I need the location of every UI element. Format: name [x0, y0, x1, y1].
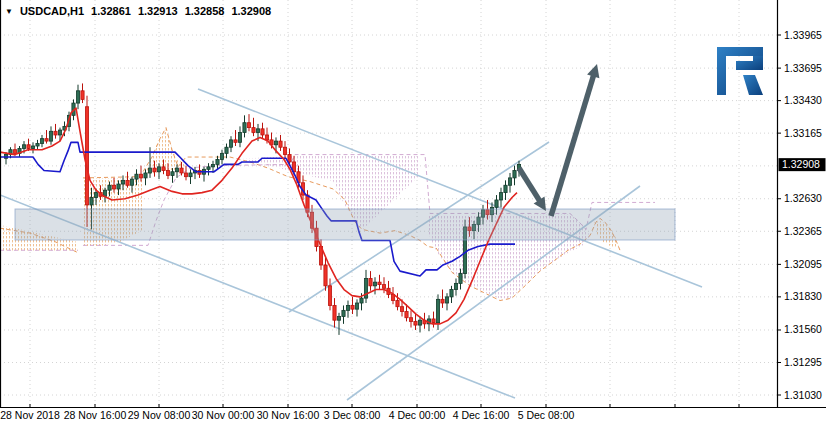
candle-bullish — [513, 171, 516, 178]
chart-canvas[interactable]: 1.339651.336951.334301.331651.326301.323… — [0, 0, 826, 422]
candle-bullish — [360, 298, 363, 303]
candle-bullish — [337, 316, 340, 320]
candle-bullish — [175, 168, 178, 172]
symbol-timeframe: USDCAD,H1 — [20, 5, 84, 17]
support-zone-band[interactable] — [15, 209, 675, 240]
candle-bearish — [414, 321, 417, 325]
candle-bullish — [436, 299, 439, 322]
candle-bearish — [180, 168, 183, 173]
candle-bearish — [441, 299, 444, 303]
price-axis-label: 1.32630 — [784, 192, 822, 204]
candle-bearish — [324, 265, 327, 286]
candle-bearish — [162, 167, 165, 171]
time-axis-label: 30 Nov 00:00 — [192, 409, 255, 421]
candle-bearish — [85, 107, 88, 205]
price-axis-label: 1.33695 — [784, 62, 822, 74]
candle-bullish — [211, 164, 214, 166]
candle-bullish — [130, 179, 133, 185]
candle-bearish — [288, 155, 291, 162]
time-axis-label: 28 Nov 16:00 — [64, 409, 127, 421]
candle-bearish — [153, 168, 156, 172]
price-axis-label: 1.32095 — [784, 258, 822, 270]
time-axis-label: 3 Dec 08:00 — [324, 409, 381, 421]
candle-bullish — [504, 185, 507, 192]
candle-bearish — [81, 91, 84, 100]
time-axis-label: 5 Dec 08:00 — [518, 409, 575, 421]
candle-bearish — [409, 318, 412, 322]
price-axis-label: 1.33430 — [784, 94, 822, 106]
time-axis-label: 30 Nov 16:00 — [257, 409, 320, 421]
candle-bullish — [459, 274, 462, 284]
candle-bullish — [243, 123, 246, 133]
candle-bearish — [405, 312, 408, 318]
price-axis-label: 1.33965 — [784, 29, 822, 41]
arrow-head — [587, 64, 599, 78]
candle-bearish — [279, 141, 282, 147]
symbol-dropdown-icon[interactable]: ▼ — [5, 6, 13, 17]
candle-bullish — [94, 193, 97, 198]
candle-bullish — [135, 174, 138, 179]
quote-close: 1.32908 — [231, 5, 271, 17]
candle-bearish — [247, 123, 250, 128]
quote-high: 1.32913 — [138, 5, 178, 17]
candle-bearish — [378, 282, 381, 284]
candle-bullish — [373, 282, 376, 286]
candle-bullish — [355, 303, 358, 309]
price-axis-label: 1.31560 — [784, 323, 822, 335]
candle-bullish — [495, 200, 498, 207]
time-axis-label: 4 Dec 16:00 — [453, 409, 510, 421]
candle-bullish — [207, 167, 210, 169]
price-axis-label: 1.33165 — [784, 127, 822, 139]
quote-open: 1.32861 — [91, 5, 131, 17]
candle-bearish — [234, 140, 237, 142]
candle-bullish — [450, 290, 453, 297]
candle-bearish — [27, 145, 30, 149]
candle-bullish — [58, 130, 61, 135]
candle-bearish — [333, 305, 336, 320]
candle-bullish — [22, 145, 25, 149]
candle-bullish — [342, 310, 345, 316]
price-axis-label: 1.31830 — [784, 290, 822, 302]
candle-bearish — [13, 150, 16, 154]
price-axis-label: 1.32365 — [784, 225, 822, 237]
candle-bullish — [216, 159, 219, 164]
candle-bullish — [76, 91, 79, 103]
candle-bullish — [90, 198, 93, 205]
candle-bearish — [261, 129, 264, 135]
chart-header: ▼ USDCAD,H1 1.32861 1.32913 1.32858 1.32… — [5, 5, 271, 17]
candle-bearish — [432, 319, 435, 323]
candle-bullish — [189, 173, 192, 177]
candle-bullish — [445, 297, 448, 303]
candle-bullish — [144, 173, 147, 178]
candle-bearish — [54, 131, 57, 135]
candle-bearish — [45, 139, 48, 141]
candle-bearish — [265, 135, 268, 140]
candle-bullish — [225, 147, 228, 153]
broker-logo — [716, 46, 764, 96]
candle-bullish — [229, 140, 232, 147]
candle-bullish — [346, 305, 349, 310]
candle-bullish — [508, 178, 511, 185]
candle-bullish — [220, 153, 223, 159]
candle-bearish — [112, 185, 115, 189]
candle-bearish — [139, 174, 142, 178]
candle-bullish — [256, 129, 259, 133]
candle-bearish — [166, 171, 169, 176]
forecast-arrow[interactable] — [519, 64, 599, 216]
candle-bullish — [238, 133, 241, 143]
candle-bullish — [108, 185, 111, 190]
support-zone-rect[interactable] — [15, 209, 675, 240]
candle-bullish — [499, 193, 502, 200]
candle-bullish — [157, 167, 160, 172]
candle-bullish — [148, 168, 151, 173]
candle-bearish — [252, 128, 255, 133]
time-axis-label: 29 Nov 08:00 — [128, 409, 191, 421]
candle-bearish — [351, 305, 354, 309]
candle-bearish — [283, 147, 286, 154]
time-axis-label: 4 Dec 00:00 — [389, 409, 446, 421]
time-axis-label: 28 Nov 2018 — [0, 409, 60, 421]
candle-bullish — [31, 146, 34, 148]
trading-chart-window[interactable]: ▼ USDCAD,H1 1.32861 1.32913 1.32858 1.32… — [0, 0, 826, 422]
candle-bearish — [396, 301, 399, 307]
arrow-shaft — [519, 168, 542, 204]
